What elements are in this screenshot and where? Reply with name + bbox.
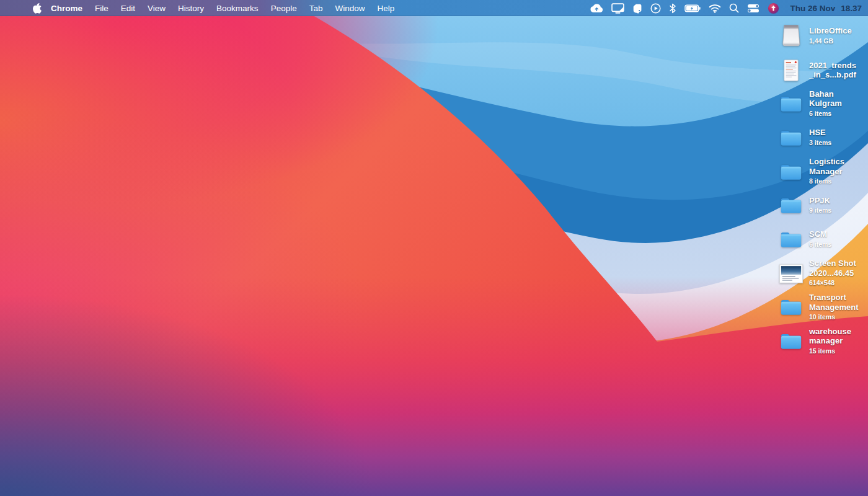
evernote-icon[interactable] [632, 3, 642, 14]
folder-icon [779, 231, 804, 249]
clock-date: Thu 26 Nov [790, 4, 835, 13]
pdf-file-icon [779, 59, 804, 82]
wifi-icon[interactable] [709, 4, 721, 13]
bluetooth-icon[interactable] [669, 3, 676, 14]
folder-icon [779, 332, 804, 350]
menu-bar-status-area: Thu 26 Nov 18.37 [590, 2, 868, 14]
spotlight-search-icon[interactable] [729, 3, 739, 13]
item-info: 6 items [809, 240, 831, 250]
onedrive-cloud-icon[interactable] [590, 4, 603, 13]
folder-icon [779, 197, 804, 215]
play-circle-icon[interactable] [650, 3, 661, 14]
disk-image-icon [779, 24, 804, 48]
control-center-icon[interactable] [747, 4, 760, 13]
menu-file[interactable]: File [89, 4, 115, 13]
item-name-line: HSE [809, 128, 831, 138]
status-icons [590, 2, 779, 14]
desktop-item-transport-management[interactable]: TransportManagement10 items [779, 291, 867, 325]
menu-people[interactable]: People [265, 4, 303, 13]
big-sur-wallpaper [0, 16, 868, 496]
menu-tab[interactable]: Tab [303, 4, 329, 13]
desktop-item-2021-trends-in-s-b-pdf[interactable]: 2021_trends_in_s...b.pdf [779, 53, 867, 87]
desktop-item-label: TransportManagement10 items [809, 293, 858, 322]
folder-icon [779, 163, 804, 181]
image-thumbnail-icon [779, 264, 804, 283]
item-name-line: PPJK [809, 196, 831, 206]
desktop-item-label: SCM6 items [809, 229, 831, 249]
desktop-item-label: 2021_trends_in_s...b.pdf [809, 61, 856, 80]
menu-history[interactable]: History [172, 4, 210, 13]
desktop-item-warehouse-manager[interactable]: warehousemanager15 items [779, 324, 867, 358]
item-name-line: Logistics [809, 157, 844, 167]
item-name-line: LibreOffice [809, 26, 852, 36]
item-name-line: manager [809, 336, 851, 346]
menu-view[interactable]: View [141, 4, 172, 13]
display-icon[interactable] [611, 3, 624, 14]
item-name-line: warehouse [809, 327, 851, 337]
item-name-line: Management [809, 303, 858, 312]
item-name-line: SCM [809, 229, 831, 239]
desktop-item-bahan-kulgram[interactable]: BahanKulgram6 items [779, 87, 867, 121]
desktop-item-hse[interactable]: HSE3 items [779, 121, 867, 155]
desktop-item-label: HSE3 items [809, 128, 831, 148]
item-name-line: 2021_trends [809, 61, 856, 71]
desktop-item-scm[interactable]: SCM6 items [779, 223, 867, 257]
desktop-item-label: LogisticsManager8 items [809, 157, 844, 187]
item-info: 3 items [809, 138, 831, 148]
apple-logo-icon[interactable] [32, 2, 42, 14]
clock-time: 18.37 [841, 4, 862, 13]
item-info: 15 items [809, 347, 851, 356]
desktop-item-ppjk[interactable]: PPJK9 items [779, 188, 867, 223]
item-info: 8 items [809, 177, 844, 187]
menu-bar-clock[interactable]: Thu 26 Nov 18.37 [790, 4, 862, 13]
desktop-item-label: Screen Shot2020...46.45614×548 [809, 259, 856, 288]
desktop-items-column: LibreOffice1,44 GB 2021_trends_in_s...b.… [779, 19, 867, 358]
item-info: 10 items [809, 312, 858, 322]
menu-bookmarks[interactable]: Bookmarks [210, 4, 265, 13]
menu-help[interactable]: Help [371, 4, 401, 13]
item-name-line: Screen Shot [809, 259, 856, 268]
desktop-item-label: LibreOffice1,44 GB [809, 26, 852, 46]
menu-window[interactable]: Window [329, 4, 371, 13]
folder-icon [779, 129, 804, 147]
item-info: 1,44 GB [809, 37, 852, 46]
active-app-name[interactable]: Chrome [51, 4, 82, 13]
item-name-line: Transport [809, 293, 858, 303]
item-name-line: Manager [809, 167, 844, 177]
menu-edit[interactable]: Edit [115, 4, 141, 13]
battery-charging-icon[interactable] [684, 4, 701, 12]
desktop-item-label: BahanKulgram6 items [809, 89, 842, 119]
desktop-screen: Chrome FileEditViewHistoryBookmarksPeopl… [0, 0, 868, 496]
item-name-line: Kulgram [809, 99, 842, 108]
desktop-item-libreoffice[interactable]: LibreOffice1,44 GB [779, 19, 867, 53]
folder-icon [779, 95, 804, 113]
desktop-item-label: warehousemanager15 items [809, 327, 851, 356]
menu-list: FileEditViewHistoryBookmarksPeopleTabWin… [89, 4, 401, 13]
menu-bar: Chrome FileEditViewHistoryBookmarksPeopl… [0, 0, 868, 16]
item-name-line: 2020...46.45 [809, 268, 856, 278]
item-info: 614×548 [809, 278, 856, 288]
desktop-item-logistics-manager[interactable]: LogisticsManager8 items [779, 155, 867, 189]
desktop-item-label: PPJK9 items [809, 196, 831, 216]
item-name-line: Bahan [809, 89, 842, 99]
item-info: 9 items [809, 206, 831, 216]
item-info: 6 items [809, 109, 842, 119]
desktop-item-screen-shot-2020-46-45[interactable]: Screen Shot2020...46.45614×548 [779, 257, 867, 291]
folder-icon [779, 298, 804, 316]
item-name-line: _in_s...b.pdf [809, 70, 856, 80]
app-sphere-icon[interactable] [768, 2, 779, 14]
